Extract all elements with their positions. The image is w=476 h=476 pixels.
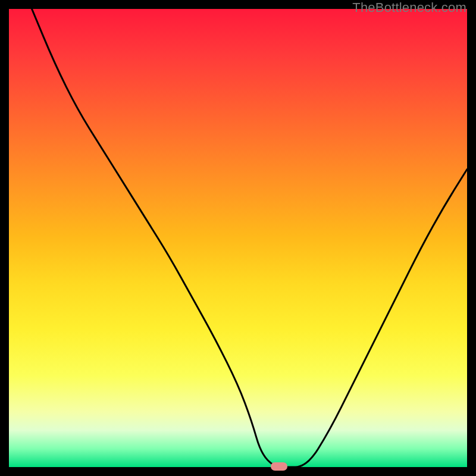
watermark-text: TheBottleneck.com: [352, 0, 466, 15]
bottleneck-curve: [9, 9, 467, 467]
minimum-marker: [271, 462, 287, 471]
